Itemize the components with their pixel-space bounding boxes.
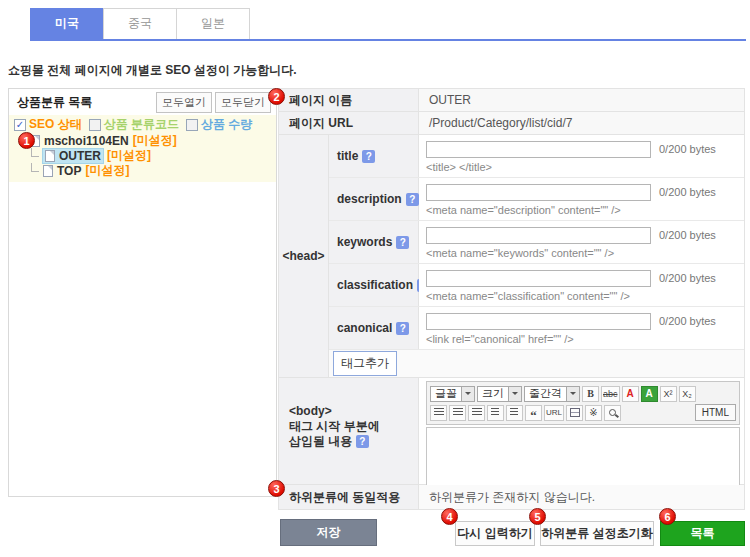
bold-button[interactable]: B [582,386,599,402]
font-color-button[interactable]: A [622,386,639,402]
description-field-row: description ? 0/200 bytes <meta name="de… [329,178,744,221]
annotation-badge-4: 4 [441,508,458,525]
subscript-button[interactable]: X₂ [679,386,696,402]
filter-product-count[interactable]: 상품 수량 [186,116,252,133]
blockquote-button[interactable]: “ [525,405,542,421]
category-panel-title: 상품분류 목록 [17,94,153,111]
help-icon[interactable]: ? [362,150,375,163]
head-section-label: <head> [279,135,329,377]
align-center-icon [453,408,463,417]
search-icon [609,409,616,416]
tree-node-outer-name: OUTER [59,149,101,163]
outdent-button[interactable] [487,405,504,421]
category-panel: 상품분류 목록 모두열기 모두닫기 ✓ SEO 상태 상품 분류코드 상품 수량… [8,88,277,497]
annotation-badge-2: 2 [268,88,285,105]
help-icon[interactable]: ? [396,236,409,249]
title-field-row: title ? 0/200 bytes <title> </title> [329,135,744,178]
chevron-down-icon[interactable] [508,387,521,401]
head-section: <head> title ? 0/200 bytes <title> </tit… [279,135,744,378]
strikethrough-button[interactable]: abc [601,386,620,402]
table-icon [570,408,580,417]
annotation-badge-6: 6 [659,508,676,525]
save-button[interactable]: 저장 [280,519,377,546]
tree-node-root[interactable]: mschoi1104EN [미설정] [9,133,276,148]
keywords-byte-counter: 0/200 bytes [659,229,716,241]
checkbox-checked-icon[interactable]: ✓ [14,119,26,131]
country-tabbar: 미국 중국 일본 [30,8,250,39]
tree-node-top[interactable]: TOP [미설정] [9,163,276,178]
help-icon[interactable]: ? [406,193,419,206]
intro-text: 쇼핑몰 전체 페이지에 개별로 SEO 설정이 가능합니다. [8,62,297,79]
help-icon[interactable]: ? [356,435,369,448]
canonical-input[interactable] [426,313,651,330]
classification-field-label: classification [337,278,413,292]
search-button[interactable] [604,405,621,421]
tab-usa[interactable]: 미국 [30,8,104,39]
indent-button[interactable] [506,405,523,421]
insert-table-button[interactable] [566,405,583,421]
keywords-field-row: keywords ? 0/200 bytes <meta name="keywo… [329,221,744,264]
align-center-button[interactable] [449,405,466,421]
body-content-label: <body> 태그 시작 부분에 삽입될 내용 ? [279,378,419,484]
collapse-all-button[interactable]: 모두닫기 [215,92,271,113]
superscript-button[interactable]: X² [660,386,677,402]
font-family-dropdown[interactable]: 글꼴 [430,386,475,402]
add-tag-button[interactable]: 태그추가 [333,351,397,376]
canonical-field-row: canonical ? 0/200 bytes <link rel="canon… [329,307,744,350]
outdent-icon [491,408,499,417]
page-url-row: 페이지 URL /Product/Category/list/cid/7 [279,112,744,135]
tree-connector [31,163,39,172]
sub-category-apply-row: 하위분류에 동일적용 하위분류가 존재하지 않습니다. [279,485,744,510]
description-input[interactable] [426,184,651,201]
tree-root-name: mschoi1104EN [44,134,129,148]
description-byte-counter: 0/200 bytes [659,186,716,198]
align-left-button[interactable] [430,405,447,421]
help-icon[interactable]: ? [396,322,409,335]
canonical-byte-counter: 0/200 bytes [659,315,716,327]
tab-japan[interactable]: 일본 [176,8,250,39]
checkbox-unchecked-icon[interactable] [89,119,101,131]
checkbox-unchecked-icon[interactable] [186,119,198,131]
chevron-down-icon[interactable] [566,387,579,401]
classification-input[interactable] [426,270,651,287]
font-size-dropdown[interactable]: 크기 [477,386,522,402]
highlight-color-button[interactable]: A [641,386,658,402]
page-name-label: 페이지 이름 [279,89,419,111]
line-spacing-dropdown-label: 줄간격 [525,386,566,401]
title-input[interactable] [426,141,651,158]
html-mode-button[interactable]: HTML [695,404,736,421]
line-spacing-dropdown[interactable]: 줄간격 [524,386,580,402]
page-name-row: 페이지 이름 OUTER [279,89,744,112]
tab-china[interactable]: 중국 [103,8,177,39]
page-url-label: 페이지 URL [279,112,419,134]
page-icon [43,165,53,177]
body-label-line3: 삽입될 내용 [289,434,352,448]
add-tag-row: 태그추가 [329,350,744,377]
insert-url-button[interactable]: URL [544,405,564,421]
retype-button[interactable]: 다시 입력하기 [455,521,535,546]
reset-subcategory-button[interactable]: 하위분류 설정초기화 [540,521,654,546]
align-right-button[interactable] [468,405,485,421]
expand-all-button[interactable]: 모두열기 [156,92,212,113]
list-button[interactable]: 목록 [660,521,745,546]
annotation-badge-1: 1 [18,132,35,149]
body-content-textarea[interactable] [426,427,740,488]
keywords-input[interactable] [426,227,651,244]
special-char-button[interactable]: ※ [585,405,602,421]
annotation-badge-5: 5 [529,508,546,525]
tree-node-top-status: [미설정] [85,162,129,179]
category-tree-area: ✓ SEO 상태 상품 분류코드 상품 수량 mschoi1104EN [미설정… [9,115,276,182]
filter-product-count-label: 상품 수량 [201,116,252,133]
sub-category-apply-value: 하위분류가 존재하지 않습니다. [419,485,744,509]
tree-node-outer-selected[interactable]: OUTER [43,149,103,163]
tree-node-outer[interactable]: OUTER [미설정] [9,148,276,163]
category-panel-header: 상품분류 목록 모두열기 모두닫기 [9,89,276,115]
page-name-value: OUTER [419,89,744,111]
tabbar-underline [30,39,746,41]
filter-category-code[interactable]: 상품 분류코드 [89,116,179,133]
chevron-down-icon[interactable] [461,387,474,401]
title-field-label: title [337,149,358,163]
align-left-icon [434,408,444,417]
filter-seo-status[interactable]: ✓ SEO 상태 [14,116,82,133]
sub-category-apply-label: 하위분류에 동일적용 [279,485,419,509]
